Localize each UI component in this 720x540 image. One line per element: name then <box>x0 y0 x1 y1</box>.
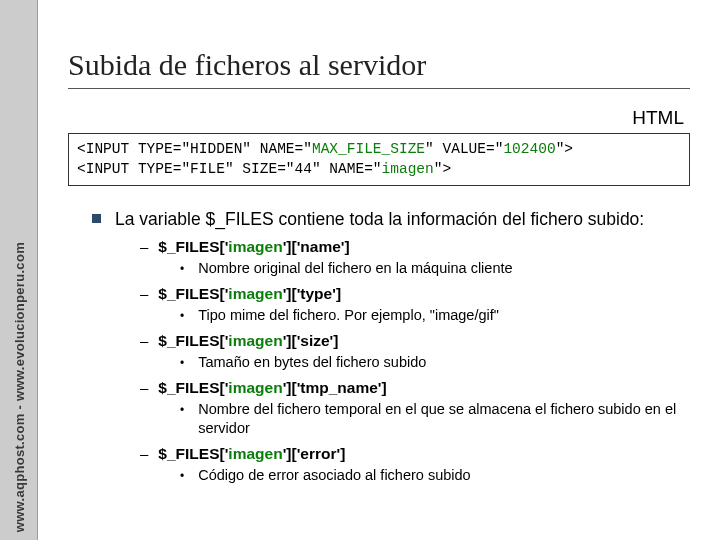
slide-title: Subida de ficheros al servidor <box>68 48 690 82</box>
code-line-2: <INPUT TYPE="FILE" SIZE="44" NAME="image… <box>77 161 451 177</box>
dash-icon: – <box>140 444 148 464</box>
dash-icon: – <box>140 378 148 398</box>
dot-icon: • <box>180 309 184 323</box>
files-key-row: – $_FILES['imagen']['name'] <box>140 237 690 257</box>
files-desc: Tamaño en bytes del fichero subido <box>198 353 426 372</box>
files-desc: Código de error asociado al fichero subi… <box>198 466 470 485</box>
dash-icon: – <box>140 237 148 257</box>
slide-content: Subida de ficheros al servidor HTML <INP… <box>38 0 720 540</box>
square-bullet-icon <box>92 214 101 223</box>
dot-icon: • <box>180 262 184 276</box>
files-key: $_FILES['imagen']['size'] <box>158 331 338 351</box>
dot-icon: • <box>180 469 184 483</box>
bullet-item: La variable $_FILES contiene toda la inf… <box>92 208 690 231</box>
dot-icon: • <box>180 403 184 417</box>
files-desc-row: • Código de error asociado al fichero su… <box>140 466 690 485</box>
sidebar-url-text: www.aqphost.com - www.evolucionperu.com <box>11 242 26 532</box>
files-desc: Nombre original del fichero en la máquin… <box>198 259 512 278</box>
sidebar: www.aqphost.com - www.evolucionperu.com <box>0 0 38 540</box>
files-key: $_FILES['imagen']['error'] <box>158 444 345 464</box>
files-key: $_FILES['imagen']['type'] <box>158 284 341 304</box>
files-desc-row: • Nombre del fichero temporal en el que … <box>140 400 690 438</box>
main-list: La variable $_FILES contiene toda la inf… <box>68 208 690 485</box>
sub-list: – $_FILES['imagen']['name'] • Nombre ori… <box>92 237 690 485</box>
files-key-row: – $_FILES['imagen']['error'] <box>140 444 690 464</box>
files-desc-row: • Tipo mime del fichero. Por ejemplo, "i… <box>140 306 690 325</box>
intro-text: La variable $_FILES contiene toda la inf… <box>115 208 644 231</box>
dash-icon: – <box>140 284 148 304</box>
files-key-row: – $_FILES['imagen']['tmp_name'] <box>140 378 690 398</box>
code-line-1: <INPUT TYPE="HIDDEN" NAME="MAX_FILE_SIZE… <box>77 141 573 157</box>
files-desc: Tipo mime del fichero. Por ejemplo, "ima… <box>198 306 499 325</box>
files-desc-row: • Nombre original del fichero en la máqu… <box>140 259 690 278</box>
files-key: $_FILES['imagen']['tmp_name'] <box>158 378 386 398</box>
title-underline <box>68 88 690 89</box>
files-desc-row: • Tamaño en bytes del fichero subido <box>140 353 690 372</box>
dash-icon: – <box>140 331 148 351</box>
files-key-row: – $_FILES['imagen']['type'] <box>140 284 690 304</box>
files-desc: Nombre del fichero temporal en el que se… <box>198 400 690 438</box>
dot-icon: • <box>180 356 184 370</box>
files-key: $_FILES['imagen']['name'] <box>158 237 349 257</box>
html-label: HTML <box>68 107 690 129</box>
files-key-row: – $_FILES['imagen']['size'] <box>140 331 690 351</box>
code-box: <INPUT TYPE="HIDDEN" NAME="MAX_FILE_SIZE… <box>68 133 690 186</box>
